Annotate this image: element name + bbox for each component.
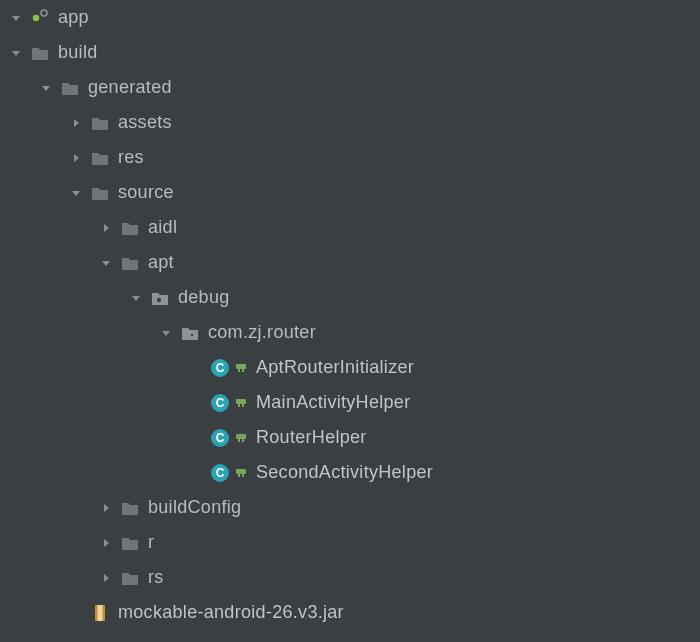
svg-text:C: C (216, 431, 225, 445)
svg-text:C: C (216, 361, 225, 375)
generated-overlay-icon (234, 361, 248, 375)
svg-rect-27 (242, 474, 244, 477)
tree-item-label: apt (148, 252, 174, 273)
tree-disclosure-down-icon[interactable] (68, 185, 84, 201)
tree-disclosure-right-icon[interactable] (98, 535, 114, 551)
tree-row[interactable]: app (0, 0, 700, 35)
tree-disclosure-right-icon[interactable] (68, 150, 84, 166)
tree-item-label: debug (178, 287, 230, 308)
folder-icon (120, 253, 140, 273)
svg-rect-29 (95, 605, 98, 621)
tree-disclosure-right-icon[interactable] (98, 570, 114, 586)
folder-icon (120, 218, 140, 238)
tree-item-label: mockable-android-26.v3.jar (118, 602, 344, 623)
tree-item-label: com.zj.router (208, 322, 316, 343)
svg-point-7 (191, 333, 193, 335)
svg-rect-12 (242, 369, 244, 372)
class-icon: C (210, 463, 230, 483)
tree-row[interactable]: generated (0, 70, 700, 105)
tree-row[interactable]: source (0, 175, 700, 210)
class-icon: C (210, 358, 230, 378)
package-icon (180, 323, 200, 343)
svg-rect-6 (161, 299, 163, 300)
svg-rect-5 (155, 299, 157, 300)
tree-row[interactable]: mockable-android-26.v3.jar (0, 595, 700, 630)
folder-icon (90, 183, 110, 203)
tree-row[interactable]: C AptRouterInitializer (0, 350, 700, 385)
tree-row[interactable]: debug (0, 280, 700, 315)
svg-text:C: C (216, 466, 225, 480)
svg-rect-25 (236, 469, 246, 474)
tree-disclosure-right-icon[interactable] (98, 220, 114, 236)
tree-item-label: app (58, 7, 89, 28)
folder-icon (90, 113, 110, 133)
tree-row[interactable]: com.zj.router (0, 315, 700, 350)
tree-disclosure-down-icon[interactable] (128, 290, 144, 306)
generated-overlay-icon (234, 396, 248, 410)
svg-rect-17 (242, 404, 244, 407)
tree-row[interactable]: res (0, 140, 700, 175)
svg-rect-3 (158, 296, 159, 298)
tree-row[interactable]: buildConfig (0, 490, 700, 525)
tree-disclosure-down-icon[interactable] (8, 10, 24, 26)
tree-item-label: aidl (148, 217, 177, 238)
tree-row[interactable]: C MainActivityHelper (0, 385, 700, 420)
tree-row[interactable]: r (0, 525, 700, 560)
svg-rect-26 (238, 474, 240, 477)
tree-row[interactable]: apt (0, 245, 700, 280)
tree-row[interactable]: C SecondActivityHelper (0, 455, 700, 490)
svg-rect-20 (236, 434, 246, 439)
generated-folder-icon (150, 288, 170, 308)
tree-item-label: r (148, 532, 154, 553)
tree-item-label: SecondActivityHelper (256, 462, 433, 483)
class-icon: C (210, 428, 230, 448)
folder-icon (90, 148, 110, 168)
tree-item-label: generated (88, 77, 172, 98)
generated-overlay-icon (234, 431, 248, 445)
svg-point-0 (33, 14, 39, 20)
svg-rect-4 (158, 302, 159, 304)
tree-disclosure-down-icon[interactable] (158, 325, 174, 341)
svg-rect-30 (103, 605, 106, 621)
tree-item-label: source (118, 182, 174, 203)
svg-point-1 (41, 10, 47, 16)
folder-icon (60, 78, 80, 98)
folder-icon (120, 498, 140, 518)
tree-item-label: res (118, 147, 144, 168)
svg-rect-21 (238, 439, 240, 442)
svg-rect-15 (236, 399, 246, 404)
svg-rect-10 (236, 364, 246, 369)
tree-disclosure-right-icon[interactable] (98, 500, 114, 516)
svg-rect-22 (242, 439, 244, 442)
module-icon (30, 8, 50, 28)
tree-item-label: buildConfig (148, 497, 241, 518)
folder-icon (120, 533, 140, 553)
generated-overlay-icon (234, 466, 248, 480)
svg-point-2 (157, 297, 161, 301)
svg-text:C: C (216, 396, 225, 410)
tree-item-label: AptRouterInitializer (256, 357, 414, 378)
tree-item-label: rs (148, 567, 164, 588)
tree-row[interactable]: aidl (0, 210, 700, 245)
jar-icon (90, 603, 110, 623)
class-icon: C (210, 393, 230, 413)
tree-row[interactable]: C RouterHelper (0, 420, 700, 455)
svg-rect-16 (238, 404, 240, 407)
svg-rect-11 (238, 369, 240, 372)
folder-icon (30, 43, 50, 63)
tree-row[interactable]: build (0, 35, 700, 70)
tree-disclosure-right-icon[interactable] (68, 115, 84, 131)
tree-item-label: assets (118, 112, 172, 133)
tree-disclosure-down-icon[interactable] (8, 45, 24, 61)
project-tree: app build generated assets res source ai… (0, 0, 700, 630)
tree-disclosure-down-icon[interactable] (38, 80, 54, 96)
tree-item-label: build (58, 42, 98, 63)
tree-row[interactable]: rs (0, 560, 700, 595)
tree-item-label: MainActivityHelper (256, 392, 410, 413)
folder-icon (120, 568, 140, 588)
tree-row[interactable]: assets (0, 105, 700, 140)
tree-disclosure-down-icon[interactable] (98, 255, 114, 271)
tree-item-label: RouterHelper (256, 427, 367, 448)
